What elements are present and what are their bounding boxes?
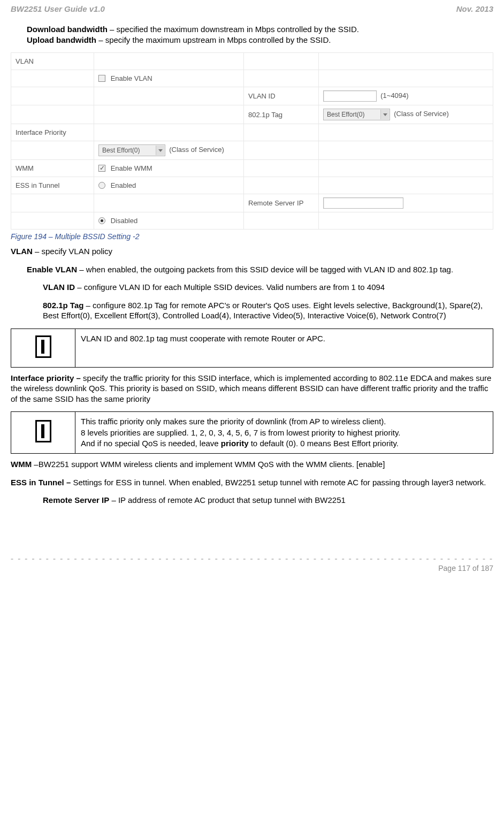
- remote-ip-label: Remote Server IP: [244, 194, 319, 212]
- vlan-range-text: (1~4094): [380, 91, 408, 100]
- vlan-id-input[interactable]: [323, 90, 377, 102]
- download-bandwidth-term: Download bandwidth: [27, 25, 108, 34]
- note2-line3c: to default (0). 0 means Best Effort prio…: [249, 439, 399, 448]
- ess-row-label: ESS in Tunnel: [11, 177, 94, 194]
- remote-ip-text: – IP address of remote AC product that s…: [109, 495, 346, 505]
- vlan-desc: VLAN – specify VLAN policy: [11, 246, 493, 257]
- page-number: Page 117 of 187: [11, 564, 493, 572]
- vlan-id-term: VLAN ID: [43, 282, 75, 292]
- header-left: BW2251 User Guide v1.0: [11, 4, 105, 13]
- enable-vlan-text: – when enabled, the outgoing packets fro…: [77, 265, 453, 274]
- wmm-text: –BW2251 support WMM wireless clients and…: [34, 460, 385, 469]
- info-icon-cell: [11, 329, 75, 367]
- ess-enabled-radio[interactable]: [98, 182, 105, 189]
- wmm-term: WMM: [11, 460, 34, 469]
- iface-priority-text: specify the traffic priority for this SS…: [11, 373, 491, 403]
- note2-line3a: And if no special QoS is needed, leave: [81, 439, 221, 448]
- page-header: BW2251 User Guide v1.0 Nov. 2013: [11, 0, 493, 24]
- upload-bandwidth-term: Upload bandwidth: [27, 35, 96, 44]
- enable-wmm-label: Enable WMM: [111, 164, 152, 172]
- figure-caption: Figure 194 – Multiple BSSID Setting -2: [11, 232, 493, 241]
- ess-disabled-radio[interactable]: [98, 217, 105, 224]
- chevron-down-icon: [380, 110, 389, 119]
- ess-desc: ESS in Tunnel – Settings for ESS in tunn…: [11, 477, 493, 488]
- info-icon: [35, 420, 51, 442]
- footer-divider: - - - - - - - - - - - - - - - - - - - - …: [11, 554, 493, 563]
- ess-term: ESS in Tunnel –: [11, 478, 73, 487]
- 8021p-cos-text: (Class of Service): [394, 110, 449, 118]
- vlan-term: VLAN: [11, 247, 35, 256]
- settings-form-table: VLAN Enable VLAN VLAN ID (1~4094) 802.1p…: [11, 52, 493, 230]
- download-bandwidth-desc: Download bandwidth – specified the maxim…: [27, 24, 493, 45]
- vlan-id-label: VLAN ID: [244, 87, 319, 105]
- enable-vlan-label: Enable VLAN: [111, 74, 152, 82]
- iface-priority-select[interactable]: Best Effort(0): [98, 144, 165, 156]
- note2-line1: This traffic priority only makes sure th…: [81, 417, 386, 426]
- info-icon-cell: [11, 412, 75, 454]
- vlan-id-desc: VLAN ID – configure VLAN ID for each Mul…: [43, 282, 493, 293]
- iface-priority-value: Best Effort(0): [102, 147, 140, 154]
- 8021p-tag-value: Best Effort(0): [327, 111, 364, 118]
- wmm-row-label: WMM: [11, 160, 94, 177]
- 8021p-tag-select[interactable]: Best Effort(0): [323, 109, 390, 120]
- chevron-down-icon: [156, 146, 164, 155]
- vlan-text: – specify VLAN policy: [35, 247, 112, 256]
- upload-bandwidth-text: – specify the maximum upstream in Mbps c…: [96, 35, 331, 44]
- iface-priority-desc: Interface priority – specify the traffic…: [11, 373, 493, 404]
- download-bandwidth-text: – specified the maximum downstream in Mb…: [108, 25, 359, 34]
- iface-priority-row-label: Interface Priority: [11, 124, 94, 141]
- enable-vlan-term: Enable VLAN: [27, 265, 77, 274]
- 8021p-term: 802.1p Tag: [43, 301, 83, 310]
- remote-ip-term: Remote Server IP: [43, 495, 109, 505]
- remote-ip-desc: Remote Server IP – IP address of remote …: [43, 495, 493, 506]
- note-box-1: VLAN ID and 802.1p tag must cooperate wi…: [11, 329, 493, 368]
- wmm-desc: WMM –BW2251 support WMM wireless clients…: [11, 459, 493, 470]
- header-right: Nov. 2013: [456, 4, 493, 13]
- note2-line2: 8 levels priorities are supplied. 1, 2, …: [81, 428, 401, 437]
- note-box-2: This traffic priority only makes sure th…: [11, 411, 493, 454]
- note2-line3b: priority: [221, 439, 249, 448]
- 8021p-desc: 802.1p Tag – configure 802.1p Tag for re…: [43, 300, 493, 321]
- ess-disabled-label: Disabled: [111, 217, 138, 225]
- vlan-id-text: – configure VLAN ID for each Multiple SS…: [75, 282, 385, 292]
- enable-wmm-checkbox[interactable]: [98, 165, 105, 172]
- enable-vlan-desc: Enable VLAN – when enabled, the outgoing…: [27, 264, 493, 275]
- ess-enabled-label: Enabled: [111, 181, 136, 189]
- vlan-row-label: VLAN: [11, 53, 94, 70]
- enable-vlan-checkbox[interactable]: [98, 75, 105, 82]
- note1-text: VLAN ID and 802.1p tag must cooperate wi…: [75, 329, 493, 367]
- remote-ip-input[interactable]: [323, 197, 403, 209]
- iface-priority-term: Interface priority –: [11, 373, 83, 383]
- ess-text: Settings for ESS in tunnel. When enabled…: [73, 478, 486, 487]
- 8021p-tag-label: 802.1p Tag: [244, 105, 319, 124]
- note2-text: This traffic priority only makes sure th…: [75, 412, 493, 454]
- 8021p-text: – configure 802.1p Tag for remote APC's …: [43, 301, 483, 320]
- iface-cos-text: (Class of Service): [169, 146, 224, 154]
- info-icon: [35, 335, 51, 358]
